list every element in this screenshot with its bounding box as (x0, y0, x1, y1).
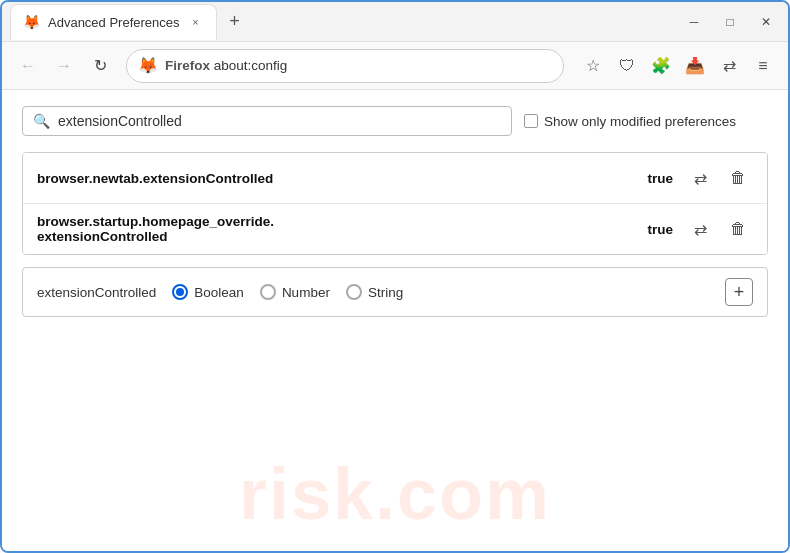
pref-name: browser.startup.homepage_override. exten… (37, 214, 635, 244)
tab-close-button[interactable]: × (188, 14, 204, 30)
address-bar[interactable]: 🦊 Firefox about:config (126, 49, 564, 83)
toggle-button[interactable]: ⇄ (685, 214, 715, 244)
title-bar: 🦊 Advanced Preferences × + ─ □ ✕ (2, 2, 788, 42)
watermark: risk.com (239, 453, 551, 535)
close-button[interactable]: ✕ (752, 8, 780, 36)
table-row: browser.startup.homepage_override. exten… (23, 204, 767, 254)
search-icon: 🔍 (33, 113, 50, 129)
search-row: 🔍 Show only modified preferences (22, 106, 768, 136)
table-row: browser.newtab.extensionControlled true … (23, 153, 767, 204)
toggle-button[interactable]: ⇄ (685, 163, 715, 193)
minimize-button[interactable]: ─ (680, 8, 708, 36)
radio-boolean[interactable]: Boolean (172, 284, 244, 300)
restore-button[interactable]: □ (716, 8, 744, 36)
shield-button[interactable]: 🛡 (612, 51, 642, 81)
search-box[interactable]: 🔍 (22, 106, 512, 136)
browser-tab[interactable]: 🦊 Advanced Preferences × (10, 4, 217, 40)
new-pref-name: extensionControlled (37, 285, 156, 300)
navigation-bar: ← → ↻ 🦊 Firefox about:config ☆ 🛡 🧩 📥 ⇄ ≡ (2, 42, 788, 90)
pref-value: true (647, 171, 673, 186)
new-tab-button[interactable]: + (221, 8, 249, 36)
download-button[interactable]: 📥 (680, 51, 710, 81)
nav-icon-group: ☆ 🛡 🧩 📥 ⇄ ≡ (578, 51, 778, 81)
radio-number-circle[interactable] (260, 284, 276, 300)
menu-button[interactable]: ≡ (748, 51, 778, 81)
delete-button[interactable]: 🗑 (723, 163, 753, 193)
preferences-table: browser.newtab.extensionControlled true … (22, 152, 768, 255)
firefox-logo: 🦊 (139, 57, 157, 75)
content-area: risk.com 🔍 Show only modified preference… (2, 90, 788, 553)
show-modified-checkbox[interactable] (524, 114, 538, 128)
tab-favicon: 🦊 (23, 14, 40, 30)
back-button[interactable]: ← (12, 50, 44, 82)
radio-string-circle[interactable] (346, 284, 362, 300)
radio-boolean-circle[interactable] (172, 284, 188, 300)
forward-button[interactable]: → (48, 50, 80, 82)
tab-title: Advanced Preferences (48, 15, 180, 30)
radio-boolean-label: Boolean (194, 285, 244, 300)
pref-actions: ⇄ 🗑 (685, 214, 753, 244)
bookmark-button[interactable]: ☆ (578, 51, 608, 81)
sync-button[interactable]: ⇄ (714, 51, 744, 81)
reload-button[interactable]: ↻ (84, 50, 116, 82)
browser-name-label: Firefox about:config (165, 58, 287, 73)
extension-button[interactable]: 🧩 (646, 51, 676, 81)
delete-button[interactable]: 🗑 (723, 214, 753, 244)
add-preference-button[interactable]: + (725, 278, 753, 306)
search-input[interactable] (58, 113, 501, 129)
pref-actions: ⇄ 🗑 (685, 163, 753, 193)
radio-string[interactable]: String (346, 284, 403, 300)
show-modified-label: Show only modified preferences (544, 114, 736, 129)
radio-number-label: Number (282, 285, 330, 300)
window-controls: ─ □ ✕ (680, 8, 780, 36)
show-modified-option: Show only modified preferences (524, 114, 736, 129)
pref-name: browser.newtab.extensionControlled (37, 171, 635, 186)
radio-number[interactable]: Number (260, 284, 330, 300)
url-display: about:config (214, 58, 288, 73)
radio-string-label: String (368, 285, 403, 300)
pref-value: true (647, 222, 673, 237)
type-radio-group: Boolean Number String (172, 284, 709, 300)
new-preference-section: extensionControlled Boolean Number Strin… (22, 267, 768, 317)
